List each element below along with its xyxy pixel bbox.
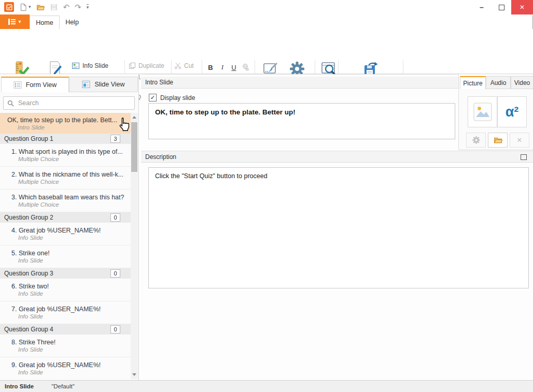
- intro-text-box[interactable]: OK, time to step up to the plate. Better…: [148, 103, 455, 139]
- browse-picture-button[interactable]: [488, 133, 508, 148]
- form-view-icon: [13, 81, 22, 89]
- scroll-down-icon[interactable]: [132, 373, 136, 376]
- customize-toolbar-icon[interactable]: ▾: [87, 4, 89, 10]
- quizmaker-window: { "glyphs": { "caret": "▾", "minimize": …: [0, 0, 533, 392]
- formula-alpha-icon: α²: [506, 105, 519, 119]
- display-slide-label: Display slide: [160, 94, 195, 101]
- expand-description-button[interactable]: [521, 154, 527, 160]
- redo-button[interactable]: ↷: [75, 3, 81, 11]
- list-item[interactable]: 3. Which baseball team wears this hat? M…: [0, 190, 131, 212]
- hyperlink-button[interactable]: [241, 62, 251, 72]
- item-subtitle: Intro Slide: [18, 124, 131, 130]
- browse-folder-icon: [494, 136, 502, 144]
- list-item[interactable]: Question Group 3 0: [0, 268, 131, 279]
- window-controls: – ✕: [472, 0, 533, 14]
- list-item[interactable]: 5. Strike one! Info Slide: [0, 245, 131, 268]
- mouse-cursor-hand: [117, 117, 131, 132]
- ribbon: Graded Question ▾ Survey Question ▾ Info…: [0, 29, 533, 74]
- minimize-button[interactable]: –: [472, 0, 492, 14]
- item-title: 7. Great job %USER_NAME%!: [11, 306, 131, 313]
- item-subtitle: Multiple Choice: [18, 156, 131, 162]
- remove-picture-button[interactable]: ✕: [510, 133, 529, 148]
- undo-button[interactable]: ↶: [63, 3, 70, 11]
- display-slide-row: ✓ Display slide: [149, 94, 195, 101]
- list-item[interactable]: 4. Great job %USER_NAME%! Info Slide: [0, 223, 131, 245]
- slide-view-icon: [82, 80, 90, 89]
- group-count-badge: 0: [110, 213, 120, 222]
- new-document-button[interactable]: ▾: [19, 3, 31, 11]
- item-title: Question Group 1: [4, 135, 53, 142]
- item-subtitle: Multiple Choice: [18, 201, 131, 208]
- search-input[interactable]: [17, 99, 131, 107]
- cut-button[interactable]: Cut: [174, 61, 194, 71]
- status-theme-name: "Default": [51, 383, 75, 389]
- picture-settings-button[interactable]: [466, 133, 486, 148]
- list-item[interactable]: 1. What sport is played in this type of.…: [0, 144, 131, 167]
- list-item[interactable]: 8. Strike Three! Info Slide: [0, 335, 131, 357]
- list-item[interactable]: Question Group 4 0: [0, 324, 131, 335]
- new-document-caret-icon[interactable]: ▾: [29, 5, 31, 9]
- add-formula-button[interactable]: α²: [497, 96, 527, 127]
- tab-picture[interactable]: Picture: [460, 76, 486, 89]
- tab-form-view[interactable]: Form View: [1, 77, 69, 92]
- app-menu-caret-icon: ▾: [18, 19, 21, 24]
- new-document-icon: [19, 3, 27, 11]
- list-item[interactable]: 6. Strike two! Info Slide: [0, 279, 131, 301]
- item-subtitle: Info Slide: [18, 235, 131, 241]
- italic-button[interactable]: I: [217, 62, 228, 72]
- close-icon: ✕: [520, 4, 525, 11]
- item-title: 3. Which baseball team wears this hat?: [11, 194, 131, 201]
- duplicate-button[interactable]: Duplicate: [129, 61, 164, 71]
- slide-list: OK, time to step up to the plate. Bett..…: [0, 113, 131, 379]
- save-floppy-icon: [50, 3, 58, 11]
- title-bar: ▾ ↶ ↷ ▾ – ✕: [0, 0, 533, 16]
- underline-button[interactable]: U: [229, 62, 239, 72]
- tab-slide-view[interactable]: Slide View: [69, 77, 138, 92]
- list-item[interactable]: OK, time to step up to the plate. Bett..…: [0, 113, 131, 134]
- open-folder-icon: [36, 3, 45, 11]
- intro-slide-header: Intro Slide: [141, 77, 458, 89]
- scroll-up-icon[interactable]: [132, 116, 136, 119]
- hyperlink-globe-icon: [242, 63, 250, 71]
- save-button[interactable]: [50, 3, 58, 11]
- sidebar-scrollbar[interactable]: [131, 113, 138, 379]
- group-count-badge: 3: [110, 135, 120, 143]
- search-icon: [7, 100, 14, 107]
- item-title: Question Group 4: [4, 326, 53, 333]
- app-menu-button[interactable]: ▾: [0, 14, 30, 29]
- item-title: 9. Great job %USER_NAME%!: [11, 361, 131, 369]
- tab-audio[interactable]: Audio: [486, 76, 511, 89]
- maximize-icon: [499, 5, 504, 10]
- open-button[interactable]: [36, 3, 45, 11]
- list-item[interactable]: Question Group 2 0: [0, 212, 131, 223]
- close-button[interactable]: ✕: [511, 0, 533, 14]
- quick-access-toolbar: ▾ ↶ ↷ ▾: [4, 2, 89, 12]
- description-text-box[interactable]: Click the "Start Quiz" button to proceed: [148, 167, 529, 288]
- item-title: Question Group 3: [4, 270, 53, 277]
- app-menu-icon: [8, 19, 16, 25]
- item-title: OK, time to step up to the plate. Bett..…: [7, 117, 131, 124]
- group-count-badge: 0: [110, 269, 120, 278]
- add-picture-button[interactable]: [468, 96, 497, 127]
- group-count-badge: 0: [110, 325, 120, 333]
- picture-placeholder-icon: [473, 103, 492, 121]
- item-subtitle: Info Slide: [18, 369, 131, 375]
- info-slide-icon: [72, 62, 80, 70]
- info-slide-button[interactable]: Info Slide: [72, 61, 108, 71]
- scroll-thumb[interactable]: [131, 122, 137, 172]
- cut-scissors-icon: [174, 62, 181, 69]
- display-slide-checkbox[interactable]: ✓: [149, 94, 157, 101]
- list-item[interactable]: 2. What is the nickname of this well-k..…: [0, 167, 131, 190]
- tab-video[interactable]: Video: [511, 76, 533, 89]
- list-item[interactable]: Question Group 1 3: [0, 134, 131, 144]
- tab-home[interactable]: Home: [30, 16, 60, 29]
- tab-help[interactable]: Help: [60, 16, 85, 29]
- item-title: 2. What is the nickname of this well-k..…: [11, 171, 131, 178]
- bold-button[interactable]: B: [205, 62, 216, 72]
- item-subtitle: Info Slide: [18, 257, 131, 264]
- duplicate-icon: [129, 62, 136, 69]
- maximize-button[interactable]: [492, 0, 511, 14]
- list-item[interactable]: 9. Great job %USER_NAME%! Info Slide: [0, 357, 131, 379]
- list-item[interactable]: 7. Great job %USER_NAME%! Info Slide: [0, 301, 131, 324]
- search-box[interactable]: [3, 96, 135, 110]
